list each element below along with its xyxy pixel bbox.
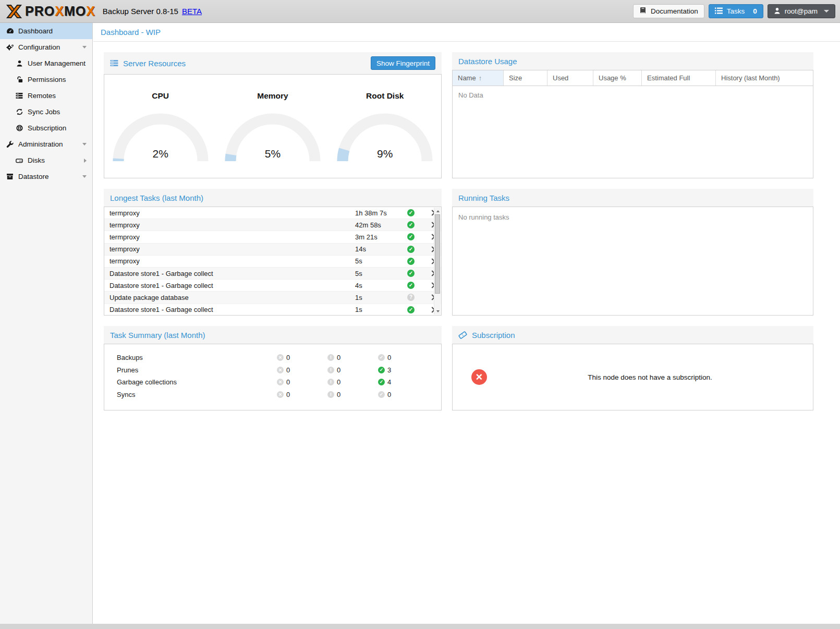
top-header: PROXMOX Backup Server 0.8-15 BETA Docume… xyxy=(0,0,840,23)
longest-tasks-panel: Longest Tasks (last Month) termproxy 1h … xyxy=(104,189,442,316)
gauge-value: 2% xyxy=(104,148,216,160)
unlock-icon xyxy=(15,76,23,83)
summary-row: Syncs 0 0 0 xyxy=(104,389,441,401)
sidebar-item-sync-jobs[interactable]: Sync Jobs xyxy=(0,104,92,120)
proxmox-wordmark: PROXMOX xyxy=(25,4,95,19)
user-menu-button[interactable]: root@pam xyxy=(768,4,835,18)
empty-state-text: No running tasks xyxy=(453,207,813,221)
column-header-name[interactable]: Name↑ xyxy=(453,70,504,86)
task-row[interactable]: termproxy 42m 58s xyxy=(104,219,441,231)
sidebar-item-remotes[interactable]: Remotes xyxy=(0,88,92,104)
show-fingerprint-button[interactable]: Show Fingerprint xyxy=(371,56,435,70)
sidebar-item-administration[interactable]: Administration xyxy=(0,136,92,152)
ok-count: 4 xyxy=(387,378,391,386)
column-header-usage-pct[interactable]: Usage % xyxy=(593,70,642,86)
sidebar-item-user-management[interactable]: User Management xyxy=(0,55,92,71)
scroll-up-button[interactable] xyxy=(434,208,441,214)
empty-state-text: No Data xyxy=(453,86,813,99)
task-row[interactable]: termproxy 5s xyxy=(104,256,441,268)
sidebar-item-datastore[interactable]: Datastore xyxy=(0,168,92,185)
task-row[interactable]: termproxy 1h 38m 7s xyxy=(104,207,441,219)
warning-count-icon xyxy=(327,354,334,361)
task-name: termproxy xyxy=(104,233,355,241)
ticket-icon xyxy=(458,331,467,339)
error-count: 0 xyxy=(286,378,290,386)
gauge-label: CPU xyxy=(104,91,216,101)
user-name-label: root@pam xyxy=(785,7,818,15)
product-version-label: Backup Server 0.8-15 xyxy=(103,7,178,16)
warning-count-icon xyxy=(327,367,334,373)
gears-icon xyxy=(6,44,14,51)
summary-row: Garbage collections 0 0 4 xyxy=(104,376,441,389)
sidebar-item-permissions[interactable]: Permissions xyxy=(0,71,92,88)
sidebar-item-label: Remotes xyxy=(28,92,56,100)
task-name: termproxy xyxy=(104,245,355,253)
column-header-size[interactable]: Size xyxy=(504,70,547,86)
documentation-button[interactable]: Documentation xyxy=(633,4,704,18)
tasks-button[interactable]: Tasks 0 xyxy=(709,4,763,18)
task-duration: 1s xyxy=(355,306,407,313)
status-unknown-icon xyxy=(407,294,415,301)
column-header-history[interactable]: History (last Month) xyxy=(716,70,813,86)
no-subscription-error-icon: × xyxy=(471,369,487,385)
sidebar-item-subscription[interactable]: Subscription xyxy=(0,120,92,136)
window-bottom-strip xyxy=(0,624,840,629)
scrollbar-thumb[interactable] xyxy=(435,214,440,294)
user-icon xyxy=(15,60,23,67)
task-summary-panel: Task Summary (last Month) Backups 0 0 0 … xyxy=(104,326,442,410)
user-icon xyxy=(774,7,781,16)
hdd-icon xyxy=(15,158,23,164)
column-header-used[interactable]: Used xyxy=(547,70,593,86)
scrollbar[interactable] xyxy=(434,208,441,314)
beta-link[interactable]: BETA xyxy=(182,7,202,16)
gauge-label: Root Disk xyxy=(329,91,441,101)
ok-count-icon xyxy=(378,391,385,398)
task-duration: 42m 58s xyxy=(355,221,407,229)
task-list-icon xyxy=(715,7,723,16)
task-row[interactable]: Datastore store1 - Garbage collect 1s xyxy=(104,304,441,316)
task-duration: 4s xyxy=(355,282,407,289)
gauge-value: 5% xyxy=(216,148,328,160)
gauge-label: Memory xyxy=(216,91,328,101)
wrench-icon xyxy=(6,141,14,148)
sidebar-item-label: Datastore xyxy=(18,173,49,180)
expander-right-icon[interactable] xyxy=(84,159,87,163)
task-row[interactable]: Datastore store1 - Garbage collect 5s xyxy=(104,268,441,280)
panel-title: Task Summary (last Month) xyxy=(110,331,205,340)
expander-down-icon[interactable] xyxy=(82,143,87,146)
task-row[interactable]: Update package database 1s xyxy=(104,292,441,304)
task-row[interactable]: termproxy 3m 21s xyxy=(104,231,441,243)
sidebar-item-dashboard[interactable]: Dashboard xyxy=(0,23,92,39)
sidebar-nav: Dashboard Configuration User Management … xyxy=(0,23,93,624)
column-header-estimated-full[interactable]: Estimated Full xyxy=(642,70,716,86)
summary-label: Garbage collections xyxy=(104,378,277,386)
task-row[interactable]: termproxy 14s xyxy=(104,244,441,256)
expander-down-icon[interactable] xyxy=(82,175,87,178)
tasks-count-badge: 0 xyxy=(753,7,757,15)
status-ok-icon xyxy=(407,246,415,253)
proxmox-x-icon xyxy=(5,4,23,19)
status-ok-icon xyxy=(407,270,415,277)
gauge-value: 9% xyxy=(329,148,441,160)
root-disk-gauge: Root Disk 9% xyxy=(329,75,441,178)
sidebar-item-label: Configuration xyxy=(18,43,60,51)
documentation-label: Documentation xyxy=(651,7,698,15)
scroll-down-button[interactable] xyxy=(434,308,441,314)
summary-label: Backups xyxy=(104,354,277,361)
expander-down-icon[interactable] xyxy=(82,46,87,49)
sidebar-item-disks[interactable]: Disks xyxy=(0,152,92,168)
sidebar-item-label: Dashboard xyxy=(18,27,53,35)
sidebar-item-configuration[interactable]: Configuration xyxy=(0,39,92,55)
subscription-message: This node does not have a subscription. xyxy=(487,373,813,381)
error-count-icon xyxy=(277,391,284,398)
sidebar-item-label: User Management xyxy=(28,59,86,67)
task-name: Datastore store1 - Garbage collect xyxy=(104,282,355,289)
running-tasks-panel: Running Tasks No running tasks xyxy=(452,189,813,316)
warning-count-icon xyxy=(327,379,334,385)
summary-label: Syncs xyxy=(104,391,277,398)
subscription-panel: Subscription × This node does not have a… xyxy=(452,326,813,410)
task-row[interactable]: Datastore store1 - Garbage collect 4s xyxy=(104,280,441,292)
warning-count: 0 xyxy=(337,366,340,374)
support-icon xyxy=(15,125,23,131)
panel-title: Running Tasks xyxy=(458,193,509,202)
